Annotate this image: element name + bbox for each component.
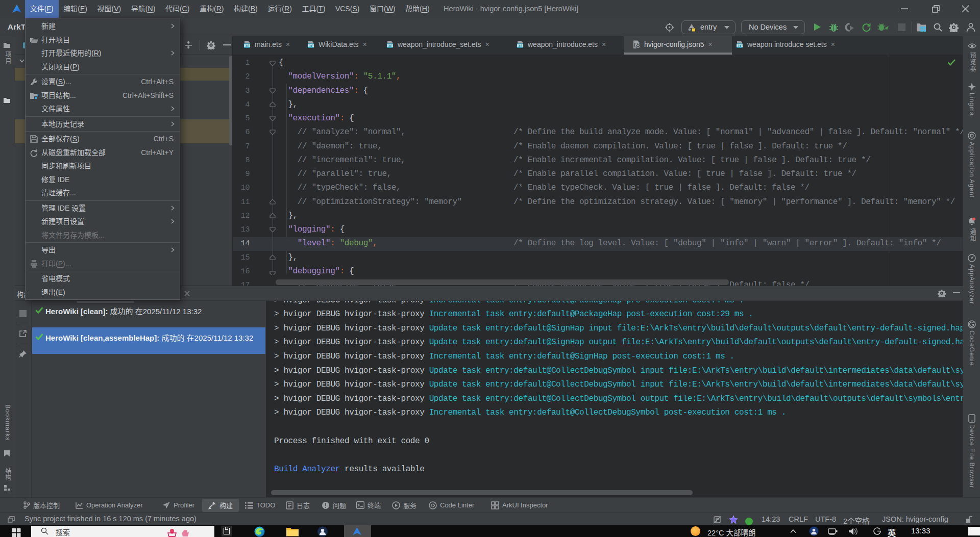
svg-text:ETS: ETS	[308, 44, 314, 47]
svg-text:ETS: ETS	[387, 44, 394, 47]
svg-text:ETS: ETS	[737, 44, 743, 47]
svg-text:ETS: ETS	[244, 44, 251, 47]
svg-text:ETS: ETS	[517, 44, 524, 47]
